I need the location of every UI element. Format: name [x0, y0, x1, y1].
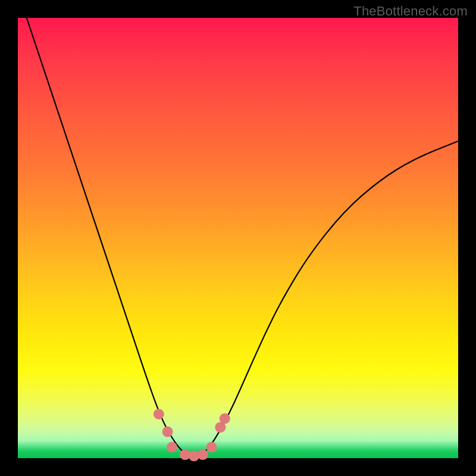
watermark-text: TheBottleneck.com: [353, 4, 468, 19]
curve-marker: [167, 442, 177, 453]
bottleneck-curve: [27, 18, 458, 455]
curve-marker: [206, 442, 217, 453]
chart-svg: [18, 18, 458, 458]
curve-markers: [154, 409, 230, 461]
plot-area: [18, 18, 458, 458]
curve-marker: [162, 427, 173, 437]
curve-marker: [154, 409, 164, 419]
curve-marker: [198, 449, 208, 460]
chart-frame: TheBottleneck.com: [0, 0, 476, 476]
curve-marker: [220, 413, 230, 424]
